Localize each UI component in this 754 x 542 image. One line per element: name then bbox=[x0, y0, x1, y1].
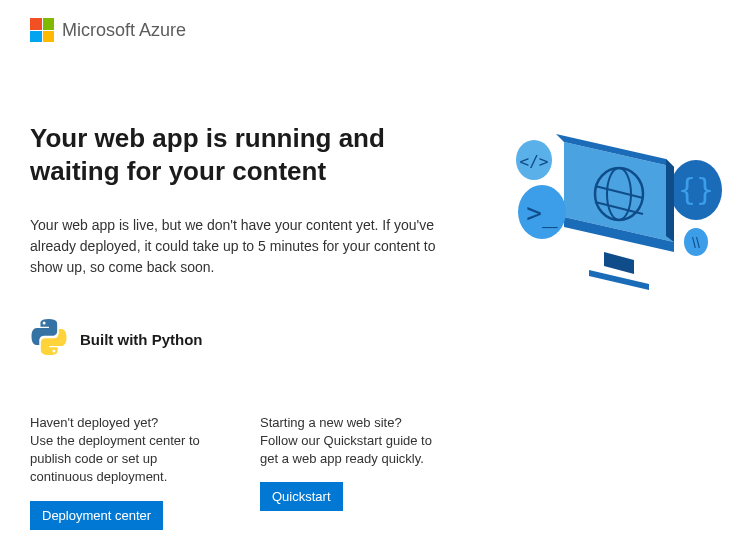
built-with-row: Built with Python bbox=[30, 318, 474, 360]
microsoft-logo-icon bbox=[30, 18, 54, 42]
header: Microsoft Azure bbox=[0, 0, 754, 52]
left-column: Your web app is running and waiting for … bbox=[30, 122, 474, 530]
svg-text:</>: </> bbox=[520, 152, 549, 171]
quickstart-card-body: Follow our Quickstart guide to get a web… bbox=[260, 432, 440, 468]
main-content: Your web app is running and waiting for … bbox=[0, 122, 754, 530]
svg-text:{}: {} bbox=[678, 172, 714, 207]
svg-marker-9 bbox=[589, 270, 649, 290]
deployment-center-button[interactable]: Deployment center bbox=[30, 501, 163, 530]
deploy-card-question: Haven't deployed yet? bbox=[30, 415, 210, 430]
svg-text:>_: >_ bbox=[526, 198, 558, 229]
action-cards: Haven't deployed yet? Use the deployment… bbox=[30, 415, 474, 530]
quickstart-card: Starting a new web site? Follow our Quic… bbox=[260, 415, 440, 530]
deploy-card-body: Use the deployment center to publish cod… bbox=[30, 432, 210, 487]
python-icon bbox=[30, 318, 68, 360]
page-title: Your web app is running and waiting for … bbox=[30, 122, 474, 187]
svg-text:\\: \\ bbox=[692, 235, 700, 251]
page-description: Your web app is live, but we don't have … bbox=[30, 215, 450, 278]
quickstart-card-question: Starting a new web site? bbox=[260, 415, 440, 430]
svg-marker-6 bbox=[666, 159, 674, 242]
built-with-label: Built with Python bbox=[80, 331, 202, 348]
svg-marker-8 bbox=[604, 252, 634, 274]
illustration-icon: {} \\ </> >_ bbox=[494, 112, 724, 292]
deploy-card: Haven't deployed yet? Use the deployment… bbox=[30, 415, 210, 530]
brand-name: Microsoft Azure bbox=[62, 20, 186, 41]
quickstart-button[interactable]: Quickstart bbox=[260, 482, 343, 511]
